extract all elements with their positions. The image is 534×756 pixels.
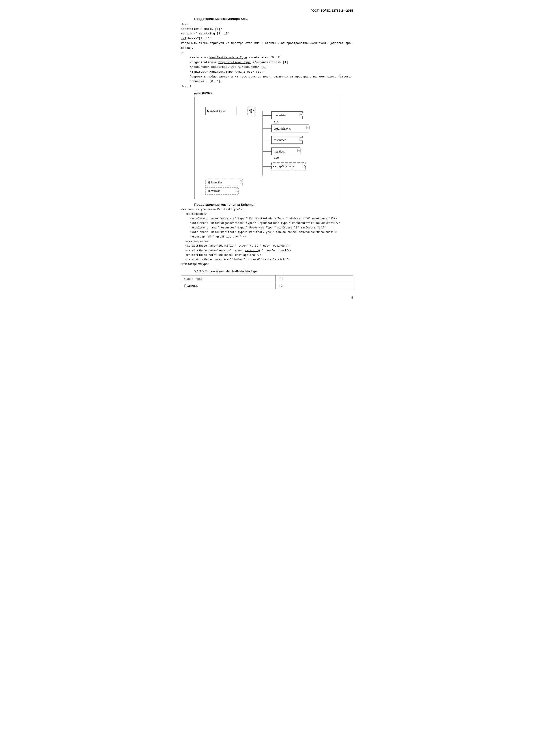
xml-instance-code: <... identifier-" xs:ID [1]" version-" x…	[181, 22, 353, 89]
schema-line-11: <xs:attribute ref=" xml:base" use="optio…	[186, 253, 353, 257]
svg-text:+: +	[237, 189, 238, 191]
svg-text:0..∞: 0..∞	[274, 156, 279, 159]
svg-text:+: +	[241, 180, 242, 183]
schema-section: Представление компонента Schema: <xs:com…	[181, 202, 353, 266]
super-subtypes-table: Супер-типы: нет Подтипы: нет	[181, 275, 353, 289]
sub-types-label: Подтипы:	[181, 282, 275, 289]
schema-line-9: <xs:attribute name="identifier" type=" x…	[186, 244, 353, 248]
svg-text:grpStrict.any: grpStrict.any	[278, 165, 294, 168]
svg-text:Manifest.Type: Manifest.Type	[207, 110, 225, 113]
sub-types-value: нет	[275, 282, 353, 289]
page-header: ГОСТ ISO/IEC 12785-2—2015	[181, 9, 353, 13]
svg-text:@ version: @ version	[208, 189, 220, 193]
svg-point-36	[273, 166, 274, 167]
schema-line-4: <xs:element name="organizations" type=" …	[190, 221, 353, 226]
code-line-9: <resources> Resources.Type </resources> …	[190, 65, 353, 69]
standard-title: ГОСТ ISO/IEC 12785-2—2015	[311, 9, 353, 13]
table-row: Супер-типы: нет	[181, 276, 353, 282]
code-line-7: <metadata> ManifestMetadata.Type </metad…	[190, 55, 353, 60]
svg-text:resources: resources	[274, 138, 287, 142]
table-body: Супер-типы: нет Подтипы: нет	[181, 276, 353, 289]
code-line-11: Разрешить любые элементы из пространства…	[190, 74, 353, 84]
svg-text:+: +	[300, 138, 302, 140]
schema-line-12: <xs:anyAttribute namespace="##other" pro…	[186, 257, 353, 262]
svg-point-4	[249, 110, 250, 111]
section-label: 5.1.3.5 Сложный тип: ManifestMetadata.Ty…	[194, 270, 353, 273]
svg-text:organizations: organizations	[274, 127, 291, 130]
diagram-section: Диаграмма: Manifest.Type	[181, 91, 353, 199]
xml-instance-section: Представление экземпляра XML: <... ident…	[181, 17, 353, 89]
page-number: 9	[181, 296, 353, 299]
svg-point-6	[251, 109, 252, 110]
code-line-2: identifier-" xs:ID [1]"	[181, 27, 353, 32]
svg-text:@ identifier: @ identifier	[208, 181, 222, 184]
schema-code: <xs:complexType name="Manifest.Type"> <x…	[181, 207, 353, 266]
svg-text:+: +	[300, 113, 302, 116]
code-line-8: <organizations> Organizations.Type </org…	[190, 60, 353, 65]
code-line-4: xml:base-"[0..1]"	[181, 36, 353, 41]
svg-text:+: +	[307, 126, 308, 129]
schema-line-5: <xs:element name="resources" type=" Reso…	[190, 226, 353, 230]
code-line-3: version-" xs:string [0..1]"	[181, 31, 353, 36]
svg-text:manifest: manifest	[274, 150, 285, 153]
code-line-12: </...>	[181, 84, 353, 89]
svg-text:+: +	[298, 149, 299, 152]
code-line-6: >	[181, 51, 353, 55]
schema-line-7: <xs:group ref=" grpStrict.any " />	[190, 235, 353, 239]
svg-point-37	[275, 166, 276, 167]
diagram-svg: Manifest.Type metadata	[203, 100, 331, 195]
svg-text:+: +	[304, 164, 305, 167]
schema-line-3: <xs:element name="metadata" type=" Manif…	[190, 217, 353, 221]
svg-point-9	[253, 110, 254, 111]
schema-line-1: <xs:complexType name="Manifest.Type">	[181, 207, 353, 212]
code-line-1: <...	[181, 22, 353, 27]
svg-text:0..1: 0..1	[274, 121, 279, 124]
svg-point-7	[251, 111, 252, 112]
schema-line-6: <xs:element name="manifest" type=" Manif…	[190, 230, 353, 235]
svg-point-8	[251, 112, 252, 114]
diagram-svg-wrapper: Manifest.Type metadata	[198, 100, 336, 195]
code-line-5: Разрешить любые атрибуты из пространства…	[181, 41, 353, 50]
super-types-value: нет	[275, 276, 353, 282]
schema-title: Представление компонента Schema:	[194, 202, 353, 206]
diagram-title: Диаграмма:	[194, 91, 353, 94]
xml-instance-title: Представление экземпляра XML:	[194, 17, 353, 20]
schema-line-13: </xs:complexType>	[181, 262, 353, 267]
schema-line-10: <xs:attribute name="version" type=" xs:s…	[186, 248, 353, 253]
super-types-label: Супер-типы:	[181, 276, 275, 282]
svg-text:metadata: metadata	[274, 114, 286, 117]
table-row: Подтипы: нет	[181, 282, 353, 289]
diagram-container: Manifest.Type metadata	[194, 97, 340, 199]
schema-line-8: </xs:sequence>	[186, 239, 353, 244]
schema-line-2: <xs:sequence>	[186, 212, 353, 217]
code-line-10: <manifest> Manifest.Type </manifest> [0.…	[190, 69, 353, 74]
